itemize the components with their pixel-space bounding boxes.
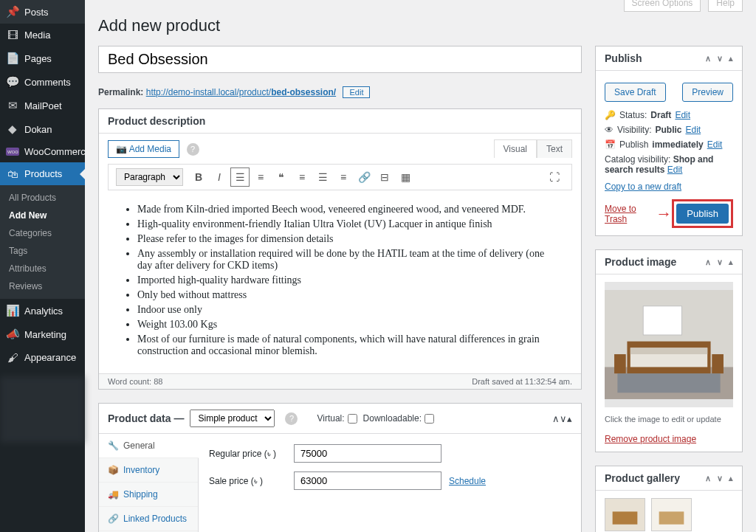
tab-visual[interactable]: Visual xyxy=(494,139,537,158)
align-center-button[interactable]: ☰ xyxy=(313,167,332,187)
permalink-link[interactable]: http://demo-install.local/product/bed-ob… xyxy=(146,87,336,97)
page-icon: 📄 xyxy=(6,52,19,65)
sidebar-submenu: All Products Add New Categories Tags Att… xyxy=(0,185,85,299)
product-type-select[interactable]: Simple product xyxy=(190,410,275,427)
svg-rect-12 xyxy=(659,511,684,524)
analytics-icon: 📊 xyxy=(6,304,19,317)
sale-price-label: Sale price (৳ ) xyxy=(209,476,286,486)
sidebar-sub-addnew[interactable]: Add New xyxy=(0,207,85,224)
sale-price-input[interactable] xyxy=(294,471,441,490)
svg-rect-10 xyxy=(613,511,638,524)
eye-icon: 👁 xyxy=(605,125,614,135)
word-count: Word count: 88 xyxy=(108,377,162,386)
sidebar-item-woocommerce[interactable]: wooWooCommerce xyxy=(0,141,85,162)
sidebar-item-products[interactable]: 🛍Products xyxy=(0,162,85,185)
dokan-icon: ◆ xyxy=(6,122,19,136)
align-right-button[interactable]: ≡ xyxy=(334,167,353,187)
svg-rect-2 xyxy=(643,306,681,335)
sidebar-item-comments[interactable]: 💬Comments xyxy=(0,70,85,94)
sidebar-item-pages[interactable]: 📄Pages xyxy=(0,46,85,70)
align-left-button[interactable]: ≡ xyxy=(292,167,312,187)
sidebar-item-dokan[interactable]: ◆Dokan xyxy=(0,117,85,141)
sidebar-sub-tags[interactable]: Tags xyxy=(0,242,85,260)
product-image-preview[interactable] xyxy=(605,282,733,407)
publish-date-edit-link[interactable]: Edit xyxy=(707,139,723,150)
sidebar-item-media[interactable]: 🎞Media xyxy=(0,24,85,46)
sidebar-sub-attributes[interactable]: Attributes xyxy=(0,260,85,277)
schedule-link[interactable]: Schedule xyxy=(449,476,486,486)
downloadable-label: Downloadable: xyxy=(363,413,434,424)
admin-sidebar: 📌Posts 🎞Media 📄Pages 💬Comments ✉MailPoet… xyxy=(0,0,85,532)
caret-up-icon[interactable]: ▴ xyxy=(729,258,733,267)
permalink-edit-button[interactable]: Edit xyxy=(343,86,370,98)
product-data-heading: Product data — xyxy=(108,412,184,424)
chevron-down-icon[interactable]: ∨ xyxy=(717,54,723,63)
caret-up-icon[interactable]: ▴ xyxy=(729,54,733,63)
chevron-down-icon[interactable]: ∨ xyxy=(560,413,567,424)
help-button[interactable]: Help xyxy=(708,0,743,12)
copy-draft-link[interactable]: Copy to a new draft xyxy=(605,182,681,192)
screen-options-button[interactable]: Screen Options xyxy=(624,0,701,12)
calendar-icon: 📅 xyxy=(605,139,616,150)
pd-tab-linked[interactable]: 🔗 Linked Products xyxy=(99,507,198,531)
fullscreen-button[interactable]: ⛶ xyxy=(545,167,564,187)
editor-content[interactable]: Made from Kiln-dried imported Beech wood… xyxy=(99,190,581,373)
sidebar-sub-categories[interactable]: Categories xyxy=(0,224,85,242)
editor-toolbar: Paragraph B I ☰ ≡ ❝ ≡ ☰ ≡ 🔗 ⊟ ▦ ⛶ xyxy=(108,164,572,190)
annotation-arrow: → xyxy=(656,204,672,224)
pd-tab-inventory[interactable]: 📦 Inventory xyxy=(99,458,198,483)
remove-product-image-link[interactable]: Remove product image xyxy=(605,434,696,444)
move-to-trash-link[interactable]: Move to Trash xyxy=(605,204,656,224)
pd-tab-general[interactable]: 🔧 General xyxy=(99,434,199,458)
comment-icon: 💬 xyxy=(6,75,19,89)
italic-button[interactable]: I xyxy=(210,167,229,187)
page-title: Add new product xyxy=(98,16,743,35)
draft-saved-time: Draft saved at 11:32:54 am. xyxy=(472,377,572,386)
chevron-down-icon[interactable]: ∨ xyxy=(717,474,723,483)
paragraph-select[interactable]: Paragraph xyxy=(116,168,183,186)
svg-rect-7 xyxy=(712,354,724,373)
sidebar-sub-reviews[interactable]: Reviews xyxy=(0,277,85,295)
bold-button[interactable]: B xyxy=(189,167,208,187)
ol-button[interactable]: ≡ xyxy=(251,167,270,187)
visibility-edit-link[interactable]: Edit xyxy=(685,125,701,135)
add-media-button[interactable]: 📷 Add Media xyxy=(108,140,179,158)
pd-tab-shipping[interactable]: 🚚 Shipping xyxy=(99,483,198,507)
gallery-thumb[interactable] xyxy=(605,498,645,531)
save-draft-button[interactable]: Save Draft xyxy=(605,83,666,102)
sidebar-sub-all[interactable]: All Products xyxy=(0,189,85,207)
link-button[interactable]: 🔗 xyxy=(354,167,374,187)
product-image-heading: Product image xyxy=(605,256,676,268)
gallery-thumb[interactable] xyxy=(651,498,692,531)
downloadable-checkbox[interactable] xyxy=(425,414,434,424)
product-title-input[interactable] xyxy=(99,46,581,72)
sidebar-item-mailpoet[interactable]: ✉MailPoet xyxy=(0,94,85,117)
products-icon: 🛍 xyxy=(6,167,19,180)
quote-button[interactable]: ❝ xyxy=(272,167,291,187)
media-icon: 🎞 xyxy=(6,29,19,41)
chevron-down-icon[interactable]: ∨ xyxy=(717,258,723,267)
caret-up-icon[interactable]: ▴ xyxy=(729,474,733,483)
ul-button[interactable]: ☰ xyxy=(230,167,250,187)
sidebar-item-marketing[interactable]: 📣Marketing xyxy=(0,322,85,346)
virtual-checkbox[interactable] xyxy=(348,414,357,424)
status-edit-link[interactable]: Edit xyxy=(675,110,690,120)
chevron-up-icon[interactable]: ∧ xyxy=(705,54,711,63)
readmore-button[interactable]: ⊟ xyxy=(375,167,394,187)
caret-up-icon[interactable]: ▴ xyxy=(567,413,572,424)
regular-price-input[interactable] xyxy=(294,444,441,463)
sidebar-item-posts[interactable]: 📌Posts xyxy=(0,0,85,24)
tab-text[interactable]: Text xyxy=(537,139,572,158)
chevron-up-icon[interactable]: ∧ xyxy=(552,413,560,424)
sidebar-item-appearance[interactable]: 🖌Appearance xyxy=(0,346,85,369)
svg-rect-5 xyxy=(630,348,707,354)
help-icon[interactable]: ? xyxy=(285,412,298,425)
chevron-up-icon[interactable]: ∧ xyxy=(705,258,711,267)
sidebar-item-analytics[interactable]: 📊Analytics xyxy=(0,299,85,322)
toolbar-toggle-button[interactable]: ▦ xyxy=(396,167,415,187)
chevron-up-icon[interactable]: ∧ xyxy=(705,474,711,483)
catalog-edit-link[interactable]: Edit xyxy=(667,165,683,175)
help-icon[interactable]: ? xyxy=(187,143,199,156)
preview-button[interactable]: Preview xyxy=(682,83,733,102)
publish-button[interactable]: Publish xyxy=(676,204,729,224)
